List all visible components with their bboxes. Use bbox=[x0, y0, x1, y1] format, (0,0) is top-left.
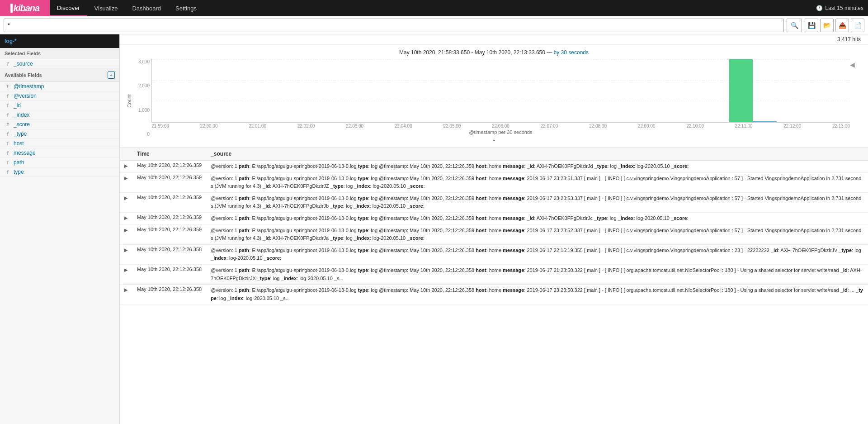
col-time[interactable]: Time bbox=[132, 148, 206, 160]
field-type-hash: # bbox=[5, 122, 11, 127]
table-row: ▶May 10th 2020, 22:12:26.359@version: 1 … bbox=[120, 192, 868, 212]
expand-row-btn[interactable]: ▶ bbox=[124, 287, 128, 292]
field-timestamp[interactable]: t @timestamp bbox=[0, 82, 119, 91]
field-name-message: message bbox=[14, 150, 36, 156]
field-type-f8: f bbox=[5, 170, 11, 175]
y-label-rotate: Count bbox=[127, 94, 132, 107]
source-cell: @version: 1 path: E:/app/log/atguigu-spr… bbox=[206, 244, 868, 264]
expand-row-btn[interactable]: ▶ bbox=[124, 228, 128, 233]
expand-row-btn[interactable]: ▶ bbox=[124, 267, 128, 272]
field-type-t: t bbox=[5, 84, 11, 89]
time-cell: May 10th 2020, 22:12:26.358 bbox=[132, 244, 206, 264]
table-row: ▶May 10th 2020, 22:12:26.358@version: 1 … bbox=[120, 244, 868, 264]
field-version[interactable]: f @version bbox=[0, 91, 119, 101]
selected-fields-title: Selected Fields bbox=[0, 48, 119, 59]
field-name-host: host bbox=[14, 140, 24, 147]
available-fields-header: Available Fields + bbox=[0, 69, 119, 82]
field-score[interactable]: # _score bbox=[0, 120, 119, 129]
col-expand bbox=[120, 148, 132, 160]
available-fields-title: Available Fields bbox=[5, 72, 42, 78]
toolbar-icons: 💾 📂 📤 📄 bbox=[805, 19, 864, 32]
nav-dashboard[interactable]: Dashboard bbox=[125, 0, 168, 16]
search-input[interactable] bbox=[4, 19, 784, 32]
time-cell: May 10th 2020, 22:12:26.358 bbox=[132, 285, 206, 305]
field-name-type: _type bbox=[14, 131, 27, 137]
nav-settings[interactable]: Settings bbox=[168, 0, 204, 16]
field-type-badge: ? bbox=[5, 62, 11, 67]
source-cell: @version: 1 path: E:/app/log/atguigu-spr… bbox=[206, 264, 868, 284]
index-pattern-name: log-* bbox=[5, 38, 17, 44]
source-cell: @version: 1 path: E:/app/log/atguigu-spr… bbox=[206, 224, 868, 244]
load-search-button[interactable]: 📂 bbox=[820, 19, 834, 32]
field-name-id: _id bbox=[14, 102, 21, 109]
by-seconds-link[interactable]: by 30 seconds bbox=[554, 49, 589, 56]
sidebar-index: log-* bbox=[0, 34, 119, 48]
nav-discover[interactable]: Discover bbox=[50, 0, 87, 16]
expand-row-btn[interactable]: ▶ bbox=[124, 163, 128, 168]
chart-collapse-icon[interactable]: ◀ bbox=[850, 61, 855, 68]
chart-collapse-btn[interactable]: ⌃ bbox=[129, 137, 859, 148]
chart-bars bbox=[151, 59, 850, 123]
expand-row-btn[interactable]: ▶ bbox=[124, 215, 128, 220]
table-row: ▶May 10th 2020, 22:12:26.358@version: 1 … bbox=[120, 285, 868, 305]
source-cell: @version: 1 path: E:/app/log/atguigu-spr… bbox=[206, 160, 868, 172]
source-cell: @version: 1 path: E:/app/log/atguigu-spr… bbox=[206, 172, 868, 192]
table-row: ▶May 10th 2020, 22:12:26.359@version: 1 … bbox=[120, 224, 868, 244]
clock-icon: 🕐 bbox=[816, 5, 823, 11]
expand-row-btn[interactable]: ▶ bbox=[124, 176, 128, 181]
field-type-f7: f bbox=[5, 160, 11, 165]
field-message[interactable]: f message bbox=[0, 148, 119, 158]
top-nav: kibana Discover Visualize Dashboard Sett… bbox=[0, 0, 868, 16]
field-type-field[interactable]: f _type bbox=[0, 129, 119, 139]
new-button[interactable]: 📄 bbox=[851, 19, 864, 32]
main-layout: log-* Selected Fields ? _source Availabl… bbox=[0, 34, 868, 424]
field-type-f2: f bbox=[5, 103, 11, 108]
share-button[interactable]: 📤 bbox=[835, 19, 849, 32]
table-row: ▶May 10th 2020, 22:12:26.359@version: 1 … bbox=[120, 160, 868, 172]
field-type-log[interactable]: f type bbox=[0, 167, 119, 177]
col-source: _source bbox=[206, 148, 868, 160]
field-type-f1: f bbox=[5, 94, 11, 99]
source-cell: @version: 1 path: E:/app/log/atguigu-spr… bbox=[206, 212, 868, 224]
expand-row-btn[interactable]: ▶ bbox=[124, 248, 128, 252]
field-id[interactable]: f _id bbox=[0, 101, 119, 110]
hits-count: 3,417 hits bbox=[837, 36, 861, 43]
source-cell: @version: 1 path: E:/app/log/atguigu-spr… bbox=[206, 192, 868, 212]
expand-row-btn[interactable]: ▶ bbox=[124, 195, 128, 200]
field-type-f5: f bbox=[5, 141, 11, 146]
nav-links: Discover Visualize Dashboard Settings bbox=[50, 0, 816, 16]
chart-x-axis: 21:59:00 22:00:00 22:01:00 22:02:00 22:0… bbox=[151, 124, 850, 129]
field-type-f4: f bbox=[5, 132, 11, 137]
field-name-index: _index bbox=[14, 112, 29, 118]
save-search-button[interactable]: 💾 bbox=[805, 19, 818, 32]
hits-bar: 3,417 hits bbox=[120, 34, 868, 45]
available-fields-add-button[interactable]: + bbox=[108, 71, 115, 79]
field-host[interactable]: f host bbox=[0, 139, 119, 148]
field-name-version: @version bbox=[14, 93, 37, 99]
kibana-logo: kibana bbox=[0, 0, 50, 16]
nav-time: 🕐 Last 15 minutes bbox=[816, 5, 868, 11]
time-cell: May 10th 2020, 22:12:26.358 bbox=[132, 264, 206, 284]
time-cell: May 10th 2020, 22:12:26.359 bbox=[132, 160, 206, 172]
nav-visualize[interactable]: Visualize bbox=[87, 0, 125, 16]
table-row: ▶May 10th 2020, 22:12:26.359@version: 1 … bbox=[120, 172, 868, 192]
content-area: 3,417 hits May 10th 2020, 21:58:33.650 -… bbox=[120, 34, 868, 424]
results-table: Time _source ▶May 10th 2020, 22:12:26.35… bbox=[120, 148, 868, 305]
field-path[interactable]: f path bbox=[0, 158, 119, 167]
field-source[interactable]: ? _source bbox=[0, 59, 119, 69]
search-bar: 🔍 💾 📂 📤 📄 bbox=[0, 16, 868, 34]
time-cell: May 10th 2020, 22:12:26.359 bbox=[132, 192, 206, 212]
time-cell: May 10th 2020, 22:12:26.359 bbox=[132, 172, 206, 192]
field-name-path: path bbox=[14, 159, 24, 166]
search-button[interactable]: 🔍 bbox=[787, 19, 802, 32]
chart-bar-25 bbox=[753, 121, 777, 122]
table-row: ▶May 10th 2020, 22:12:26.358@version: 1 … bbox=[120, 264, 868, 284]
field-type-f6: f bbox=[5, 151, 11, 156]
field-name-type-log: type bbox=[14, 169, 24, 175]
source-cell: @version: 1 path: E:/app/log/atguigu-spr… bbox=[206, 285, 868, 305]
time-cell: May 10th 2020, 22:12:26.359 bbox=[132, 224, 206, 244]
chart-x-label: @timestamp per 30 seconds bbox=[151, 129, 850, 135]
field-index[interactable]: f _index bbox=[0, 110, 119, 120]
field-type-f3: f bbox=[5, 113, 11, 118]
field-name: _source bbox=[14, 61, 33, 67]
